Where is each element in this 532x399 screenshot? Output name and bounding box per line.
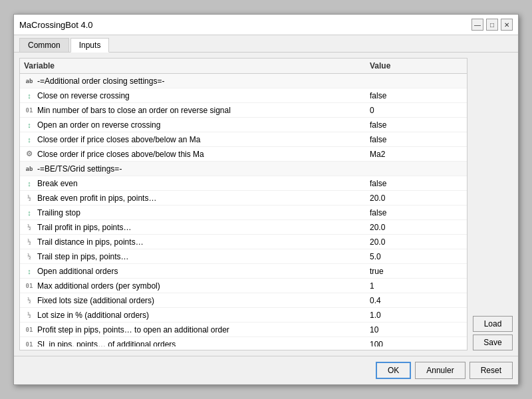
table-row[interactable]: 01 Min number of bars to close an order … [20,103,467,118]
table-row[interactable]: ↕ Open additional orders true [20,264,467,279]
table-row[interactable]: ½ Lot size in % (additional orders) 1.0 [20,308,467,323]
table-row[interactable]: ab -=BE/TS/Grid settings=- [20,162,467,176]
row-value: true [370,267,463,276]
row-variable: ½ Trail profit in pips, points… [24,223,370,232]
close-button[interactable]: ✕ [501,19,513,31]
row-variable: ½ Fixed lots size (additional orders) [24,296,370,305]
row-variable: ½ Break even profit in pips, points… [24,194,370,203]
arrow-icon: ↕ [24,91,35,100]
table-row[interactable]: ↕ Close on reverse crossing false [20,88,467,103]
row-variable: ab -=Additional order closing settings=- [24,76,370,86]
row-variable-text: Trail distance in pips, points… [37,237,144,247]
content-area: Variable Value ab -=Additional order clo… [14,53,518,356]
row-variable: ↕ Open additional orders [24,267,370,276]
table-row[interactable]: ½ Trail distance in pips, points… 20.0 [20,235,467,249]
row-value: 10 [370,325,463,334]
row-value: false [370,91,463,100]
row-variable: ↕ Trailing stop [24,208,370,217]
tab-bar: Common Inputs [14,35,518,53]
title-bar: MaCrossingBot 4.0 — □ ✕ [14,15,518,35]
row-variable: 01 Min number of bars to close an order … [24,106,370,115]
row-variable: ↕ Close on reverse crossing [24,91,370,100]
row-value: false [370,179,463,188]
row-variable-text: Lot size in % (additional orders) [37,311,149,320]
row-variable-text: Open additional orders [37,267,118,276]
row-variable-text: Trail step in pips, points… [37,252,129,261]
table-scroll-area[interactable]: ab -=Additional order closing settings=-… [20,74,467,346]
ok-button[interactable]: OK [376,362,411,379]
row-value: 20.0 [370,223,463,232]
row-value: 5.0 [370,252,463,261]
arrow-icon: ↕ [24,120,35,130]
load-button[interactable]: Load [473,316,513,332]
maximize-button[interactable]: □ [486,19,498,31]
number-icon: 01 [24,281,35,291]
main-window: MaCrossingBot 4.0 — □ ✕ Common Inputs Va… [13,14,519,385]
row-variable: ↕ Break even [24,179,370,188]
row-variable-text: Max additional orders (per symbol) [37,281,160,291]
row-value: false [370,135,463,144]
row-value: 1 [370,281,463,291]
row-variable-text: -=BE/TS/Grid settings=- [37,164,122,174]
row-variable: ½ Lot size in % (additional orders) [24,311,370,320]
arrow-icon: ↕ [24,208,35,217]
row-variable-text: Break even profit in pips, points… [37,194,156,203]
col-value-header: Value [370,61,463,70]
row-variable: 01 Profit step in pips, points… to open … [24,325,370,334]
table-row[interactable]: ↕ Trailing stop false [20,205,467,220]
data-table: Variable Value ab -=Additional order clo… [19,58,467,350]
ab-icon: ab [24,164,35,174]
fraction-icon: ½ [24,296,35,305]
row-value: false [370,208,463,217]
arrow-icon: ↕ [24,179,35,188]
table-row[interactable]: ↕ Close order if price closes above/belo… [20,132,467,147]
reset-button[interactable]: Reset [469,362,513,379]
table-row[interactable]: 01 Max additional orders (per symbol) 1 [20,279,467,293]
table-row[interactable]: ½ Fixed lots size (additional orders) 0.… [20,293,467,308]
number-icon: 01 [24,325,35,334]
save-button[interactable]: Save [473,334,513,350]
table-row[interactable]: ⚙ Close order if price closes above/belo… [20,147,467,162]
minimize-button[interactable]: — [471,19,483,31]
row-variable: ↕ Open an order on reverse crossing [24,120,370,130]
fraction-icon: ½ [24,252,35,261]
row-variable: ↕ Close order if price closes above/belo… [24,135,370,144]
tab-common[interactable]: Common [19,38,69,52]
fraction-icon: ½ [24,194,35,203]
number-icon: 01 [24,340,35,347]
row-variable: ½ Trail step in pips, points… [24,252,370,261]
table-row[interactable]: 01 Profit step in pips, points… to open … [20,323,467,337]
row-variable: ½ Trail distance in pips, points… [24,237,370,247]
gear-icon: ⚙ [24,150,35,159]
table-row[interactable]: ½ Trail profit in pips, points… 20.0 [20,220,467,235]
table-row[interactable]: 01 SL in pips, points… of additional ord… [20,337,467,346]
row-variable-text: Trailing stop [37,208,80,217]
row-variable: ⚙ Close order if price closes above/belo… [24,150,370,159]
row-variable-text: Break even [37,179,78,188]
row-value: 100 [370,340,463,347]
arrow-icon: ↕ [24,267,35,276]
window-title: MaCrossingBot 4.0 [19,20,93,30]
row-value: 1.0 [370,311,463,320]
row-variable-text: Open an order on reverse crossing [37,120,160,130]
row-value: 0 [370,106,463,115]
window-controls: — □ ✕ [471,19,513,31]
fraction-icon: ½ [24,311,35,320]
cancel-button[interactable]: Annuler [415,362,465,379]
row-variable-text: Fixed lots size (additional orders) [37,296,154,305]
table-row[interactable]: ½ Break even profit in pips, points… 20.… [20,191,467,205]
row-variable: 01 SL in pips, points… of additional ord… [24,340,370,347]
row-value: 20.0 [370,194,463,203]
bottom-bar: OK Annuler Reset [14,356,518,384]
row-variable-text: Close order if price closes above/below … [37,135,200,144]
table-row[interactable]: ab -=Additional order closing settings=- [20,74,467,88]
table-row[interactable]: ↕ Open an order on reverse crossing fals… [20,118,467,132]
table-row[interactable]: ½ Trail step in pips, points… 5.0 [20,249,467,264]
table-header: Variable Value [20,59,467,74]
number-icon: 01 [24,106,35,115]
table-row[interactable]: ↕ Break even false [20,176,467,191]
tab-inputs[interactable]: Inputs [70,38,110,53]
row-variable-text: SL in pips, points… of additional orders [37,340,176,347]
side-buttons-panel: Load Save [473,58,513,350]
arrow-icon: ↕ [24,135,35,144]
